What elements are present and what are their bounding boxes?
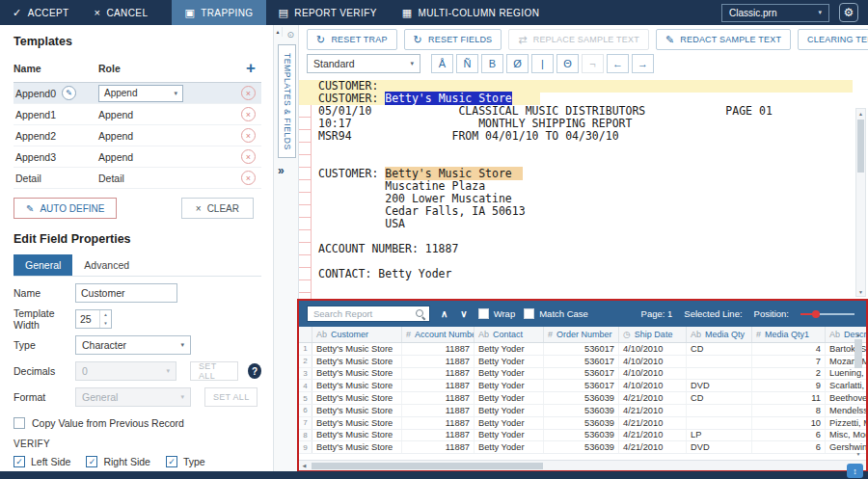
template-role-cell: Append <box>98 109 241 120</box>
tab-multi-column-region[interactable]: ▦ MULTI-COLUMN REGION <box>390 0 553 25</box>
search-input[interactable] <box>313 308 415 319</box>
column-header-contact[interactable]: AbContact <box>475 327 544 342</box>
trap-char-button[interactable]: Θ <box>556 54 579 73</box>
scrollbar-thumb[interactable] <box>857 120 864 173</box>
column-header-media-qty1[interactable]: #Media Qty1 <box>752 327 826 342</box>
template-row-append1[interactable]: Append1Append× <box>14 104 261 125</box>
table-row[interactable]: 3Betty's Music Store11887Betty Yoder5360… <box>299 368 866 381</box>
verify-checkbox[interactable]: ✓ <box>166 456 177 467</box>
trap-char-button[interactable]: ← <box>607 54 629 73</box>
scroll-up-icon[interactable]: ▲ <box>854 330 863 338</box>
template-row-append0[interactable]: Append0✎Append▾× <box>14 83 261 104</box>
delete-template-icon[interactable]: × <box>241 128 256 143</box>
tab-report-verify[interactable]: ▤ REPORT VERIFY <box>266 0 390 25</box>
stepper-down-icon[interactable]: ▼ <box>100 319 111 328</box>
name-field[interactable] <box>75 283 177 303</box>
search-next-button[interactable]: ∨ <box>458 308 469 319</box>
trap-char-button[interactable]: Ø <box>506 54 529 73</box>
delete-template-icon[interactable]: × <box>241 149 256 164</box>
verify-option-right-side[interactable]: ✓Right Side <box>86 456 149 467</box>
search-previous-button[interactable]: ∧ <box>439 308 449 319</box>
tab-templates-and-fields[interactable]: TEMPLATES & FIELDS <box>278 44 296 158</box>
template-width-stepper[interactable]: ▲ ▼ <box>75 309 112 329</box>
verify-checkbox[interactable]: ✓ <box>86 456 97 467</box>
table-vertical-scrollbar[interactable]: ▲ ▼ <box>854 330 863 458</box>
customer-field-highlight[interactable]: Betty's Music Store <box>385 167 523 180</box>
table-row[interactable]: 7Betty's Music Store11887Betty Yoder5360… <box>299 417 866 430</box>
scroll-down-icon[interactable]: ▼ <box>856 287 865 296</box>
template-row-detail[interactable]: DetailDetail× <box>14 168 261 189</box>
position-slider[interactable] <box>800 308 854 320</box>
table-horizontal-scrollbar[interactable]: ◀ ▶ <box>299 460 866 470</box>
column-header-account-number[interactable]: #Account Number <box>402 327 475 342</box>
clear-button[interactable]: × CLEAR <box>181 198 254 219</box>
template-role: Append <box>98 109 133 120</box>
slider-knob[interactable] <box>812 310 820 318</box>
trap-char-button[interactable]: | <box>531 54 554 73</box>
trap-char-button[interactable]: Å <box>431 54 453 73</box>
scroll-left-icon[interactable]: ◀ <box>299 461 310 470</box>
verify-checkbox[interactable]: ✓ <box>14 456 25 467</box>
verify-option-left-side[interactable]: ✓Left Side <box>14 456 70 467</box>
column-header-order-number[interactable]: #Order Number <box>544 327 619 342</box>
column-header-ship-date[interactable]: ◷Ship Date <box>619 327 687 342</box>
reset-fields-button[interactable]: ↻ RESET FIELDS <box>404 29 502 50</box>
table-row[interactable]: 6Betty's Music Store11887Betty Yoder5360… <box>299 405 866 417</box>
copy-value-checkbox[interactable] <box>14 417 25 429</box>
edit-template-icon[interactable]: ✎ <box>62 86 76 100</box>
match-case-option[interactable]: Match Case <box>524 308 588 319</box>
tab-general[interactable]: General <box>14 254 72 276</box>
search-icon[interactable] <box>415 308 425 319</box>
clearing-template-dropdown[interactable]: CLEARING TEMPLATE ▾ <box>798 29 868 50</box>
template-row-append2[interactable]: Append2Append× <box>14 125 261 146</box>
report-view[interactable]: CUSTOMER: CUSTOMER: Betty's Music Store … <box>299 75 868 301</box>
verify-option-type[interactable]: ✓Type <box>166 456 205 467</box>
table-row[interactable]: 8Betty's Music Store11887Betty Yoder5360… <box>299 430 866 442</box>
scroll-pane-toggle-button[interactable]: ↕ <box>847 464 863 478</box>
trap-char-button[interactable]: → <box>632 54 654 73</box>
table-row[interactable]: 9Betty's Music Store11887Betty Yoder5360… <box>299 441 866 454</box>
redact-sample-text-button[interactable]: ✎ REDACT SAMPLE TEXT <box>656 29 791 50</box>
delete-template-icon[interactable]: × <box>241 171 256 185</box>
auto-define-button[interactable]: ✎ AUTO DEFINE <box>14 198 117 219</box>
template-width-input[interactable] <box>76 313 95 325</box>
clear-x-icon: × <box>196 203 202 214</box>
stepper-up-icon[interactable]: ▲ <box>100 310 111 319</box>
tab-advanced[interactable]: Advanced <box>72 254 141 276</box>
sample-selected-text[interactable]: Betty's Music Store <box>385 92 512 105</box>
match-case-checkbox[interactable] <box>524 308 534 319</box>
template-row-append3[interactable]: Append3Append× <box>14 146 261 168</box>
table-row[interactable]: 5Betty's Music Store11887Betty Yoder5360… <box>299 392 866 405</box>
template-role-select[interactable]: Append▾ <box>98 85 183 102</box>
delete-template-icon[interactable]: × <box>241 86 256 100</box>
wrap-checkbox[interactable] <box>478 308 489 319</box>
table-row[interactable]: 2Betty's Music Store11887Betty Yoder5360… <box>299 356 866 368</box>
pin-icon[interactable]: ⊙ <box>286 30 294 40</box>
add-template-button[interactable]: + <box>240 59 261 78</box>
accept-button[interactable]: ✓ ACCEPT <box>0 0 82 25</box>
contact-line: CONTACT: Betty Yoder <box>318 268 853 280</box>
settings-button[interactable]: ⚙ <box>839 3 858 22</box>
type-select[interactable]: Character ▾ <box>75 335 191 355</box>
scroll-down-icon[interactable]: ▼ <box>854 449 863 458</box>
help-icon[interactable]: ? <box>248 363 261 379</box>
report-vertical-scrollbar[interactable]: ▲ ▼ <box>855 108 866 297</box>
trap-style-select[interactable]: Standard ▾ <box>307 54 420 73</box>
reset-trap-button[interactable]: ↻ RESET TRAP <box>307 29 397 50</box>
table-row[interactable]: 1Betty's Music Store11887Betty Yoder5360… <box>299 343 866 356</box>
scroll-up-icon[interactable]: ▲ <box>856 109 865 118</box>
scrollbar-thumb[interactable] <box>312 463 543 469</box>
delete-template-icon[interactable]: × <box>241 107 256 121</box>
trap-char-button[interactable]: Ñ <box>456 54 478 73</box>
table-row[interactable]: 4Betty's Music Store11887Betty Yoder5360… <box>299 380 866 392</box>
tab-trapping[interactable]: ▣ TRAPPING <box>172 0 265 25</box>
cancel-button[interactable]: × CANCEL <box>82 0 161 25</box>
trap-char-button[interactable]: B <box>481 54 503 73</box>
panel-scroll-up-icon[interactable]: ▲ <box>274 27 283 37</box>
file-select[interactable]: Classic.prn ▾ <box>721 4 829 22</box>
scrollbar-thumb[interactable] <box>854 339 862 368</box>
wrap-option[interactable]: Wrap <box>478 308 516 319</box>
column-header-customer[interactable]: AbCustomer <box>312 327 402 342</box>
column-header-media-qty[interactable]: AbMedia Qty <box>687 327 752 342</box>
column-type-icon: Ab <box>829 330 840 339</box>
